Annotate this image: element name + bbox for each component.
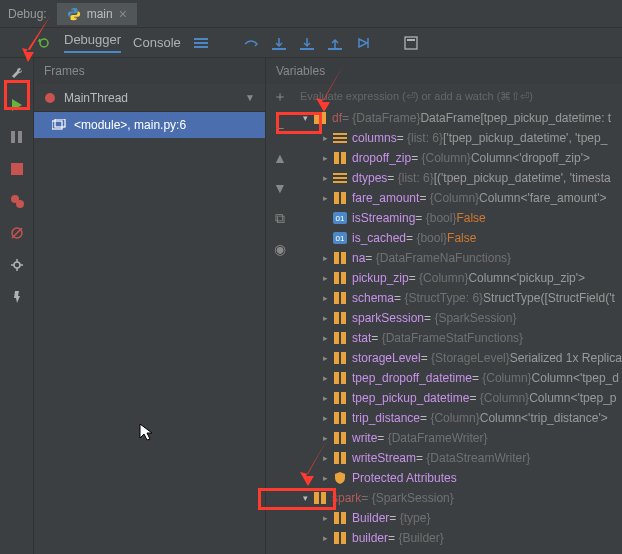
svg-rect-56 <box>341 452 346 464</box>
chevron-right-icon[interactable]: ▸ <box>318 313 332 323</box>
variable-child[interactable]: ▸writeStream = {DataStreamWriter} <box>298 448 622 468</box>
variable-value: Column<'tpep_p <box>529 391 616 405</box>
chevron-down-icon[interactable]: ▾ <box>298 113 312 123</box>
variable-name: df <box>332 111 342 125</box>
variable-child[interactable]: ▸schema = {StructType: 6} StructType([St… <box>298 288 622 308</box>
chevron-right-icon[interactable]: ▸ <box>318 373 332 383</box>
close-icon[interactable]: × <box>119 6 127 22</box>
chevron-right-icon[interactable]: ▸ <box>318 413 332 423</box>
variable-name: Builder <box>352 511 389 525</box>
variable-child[interactable]: ▸pickup_zip = {Column} Column<'pickup_zi… <box>298 268 622 288</box>
debugger-tab[interactable]: Debugger <box>64 32 121 53</box>
bool-icon: 01 <box>332 210 348 226</box>
variable-child[interactable]: ▸stat = {DataFrameStatFunctions} <box>298 328 622 348</box>
field-icon <box>332 370 348 386</box>
variable-child[interactable]: ▸Protected Attributes <box>298 468 622 488</box>
stack-frame[interactable]: <module>, main.py:6 <box>34 112 265 138</box>
variable-name: fare_amount <box>352 191 419 205</box>
variable-root[interactable]: ▾spark = {SparkSession} <box>298 488 622 508</box>
variable-child[interactable]: ▸builder = {Builder} <box>298 528 622 548</box>
pin-icon[interactable] <box>8 288 26 306</box>
bool-icon: 01 <box>332 230 348 246</box>
watch-icon[interactable]: ◉ <box>274 241 286 257</box>
chevron-right-icon[interactable]: ▸ <box>318 133 332 143</box>
wrench-icon[interactable] <box>8 64 26 82</box>
variable-type: = {SparkSession} <box>361 491 453 505</box>
chevron-right-icon[interactable]: ▸ <box>318 353 332 363</box>
frames-header: Frames <box>34 58 265 84</box>
variables-panel: Variables ＋ − ▲ ▼ ⧉ ◉ Evaluate expressio… <box>266 58 622 554</box>
evaluate-input[interactable]: Evaluate expression (⏎) or add a watch (… <box>294 84 622 108</box>
svg-rect-1 <box>194 42 208 44</box>
chevron-right-icon[interactable]: ▸ <box>318 253 332 263</box>
field-icon <box>312 110 328 126</box>
stop-icon[interactable] <box>8 160 26 178</box>
variable-child[interactable]: ▸dropoff_zip = {Column} Column<'dropoff_… <box>298 148 622 168</box>
chevron-right-icon[interactable]: ▸ <box>318 513 332 523</box>
remove-watch-icon[interactable]: − <box>276 120 284 136</box>
up-icon[interactable]: ▲ <box>273 150 287 166</box>
title-bar: Debug: main × <box>0 0 622 28</box>
chevron-right-icon[interactable]: ▸ <box>318 393 332 403</box>
variable-child[interactable]: ▸Builder = {type} <box>298 508 622 528</box>
svg-rect-50 <box>341 392 346 404</box>
down-icon[interactable]: ▼ <box>273 180 287 196</box>
variable-child[interactable]: ▸columns = {list: 6} ['tpep_pickup_datet… <box>298 128 622 148</box>
svg-rect-62 <box>341 532 346 544</box>
variable-child[interactable]: ▸na = {DataFrameNaFunctions} <box>298 248 622 268</box>
chevron-right-icon[interactable]: ▸ <box>318 153 332 163</box>
file-tab[interactable]: main × <box>57 3 137 25</box>
chevron-right-icon[interactable]: ▸ <box>318 533 332 543</box>
svg-rect-48 <box>341 372 346 384</box>
add-watch-icon[interactable]: ＋ <box>273 88 287 106</box>
resume-icon[interactable] <box>8 96 26 114</box>
variable-child[interactable]: ▸trip_distance = {Column} Column<'trip_d… <box>298 408 622 428</box>
chevron-right-icon[interactable]: ▸ <box>318 453 332 463</box>
pause-icon[interactable] <box>8 128 26 146</box>
view-breakpoints-icon[interactable] <box>8 192 26 210</box>
svg-rect-24 <box>334 152 339 164</box>
svg-rect-46 <box>341 352 346 364</box>
step-into-icon[interactable] <box>271 35 287 51</box>
svg-rect-30 <box>341 192 346 204</box>
chevron-right-icon[interactable]: ▸ <box>318 333 332 343</box>
rerun-icon[interactable] <box>36 35 52 51</box>
variable-child[interactable]: ▸storageLevel = {StorageLevel} Serialize… <box>298 348 622 368</box>
step-out-icon[interactable] <box>327 35 343 51</box>
svg-rect-51 <box>334 412 339 424</box>
variable-child[interactable]: 01isStreaming = {bool} False <box>298 208 622 228</box>
variable-name: na <box>352 251 365 265</box>
chevron-right-icon[interactable]: ▸ <box>318 293 332 303</box>
svg-rect-37 <box>334 272 339 284</box>
chevron-right-icon[interactable]: ▸ <box>318 173 332 183</box>
variable-child[interactable]: ▸sparkSession = {SparkSession} <box>298 308 622 328</box>
variable-root[interactable]: ▾df = {DataFrame} DataFrame[tpep_pickup_… <box>298 108 622 128</box>
svg-rect-8 <box>11 131 15 143</box>
evaluate-icon[interactable] <box>403 35 419 51</box>
svg-rect-38 <box>341 272 346 284</box>
chevron-down-icon[interactable]: ▾ <box>298 493 312 503</box>
chevron-right-icon[interactable]: ▸ <box>318 193 332 203</box>
variable-child[interactable]: ▸write = {DataFrameWriter} <box>298 428 622 448</box>
variable-child[interactable]: ▸dtypes = {list: 6} [('tpep_pickup_datet… <box>298 168 622 188</box>
step-over-icon[interactable] <box>243 35 259 51</box>
chevron-right-icon[interactable]: ▸ <box>318 473 332 483</box>
settings-icon[interactable] <box>8 256 26 274</box>
run-to-cursor-icon[interactable] <box>355 35 371 51</box>
more-icon[interactable] <box>193 35 209 51</box>
chevron-right-icon[interactable]: ▸ <box>318 433 332 443</box>
copy-icon[interactable]: ⧉ <box>275 210 285 227</box>
variable-child[interactable]: ▸tpep_pickup_datetime = {Column} Column<… <box>298 388 622 408</box>
svg-rect-36 <box>341 252 346 264</box>
console-tab[interactable]: Console <box>133 35 181 50</box>
variable-child[interactable]: ▸fare_amount = {Column} Column<'fare_amo… <box>298 188 622 208</box>
thread-selector[interactable]: MainThread ▼ <box>34 84 265 112</box>
mute-breakpoints-icon[interactable] <box>8 224 26 242</box>
step-into-my-icon[interactable] <box>299 35 315 51</box>
svg-rect-52 <box>341 412 346 424</box>
variable-child[interactable]: ▸tpep_dropoff_datetime = {Column} Column… <box>298 368 622 388</box>
variable-name: dropoff_zip <box>352 151 411 165</box>
chevron-right-icon[interactable]: ▸ <box>318 273 332 283</box>
variable-child[interactable]: 01is_cached = {bool} False <box>298 228 622 248</box>
svg-text:01: 01 <box>336 234 345 243</box>
